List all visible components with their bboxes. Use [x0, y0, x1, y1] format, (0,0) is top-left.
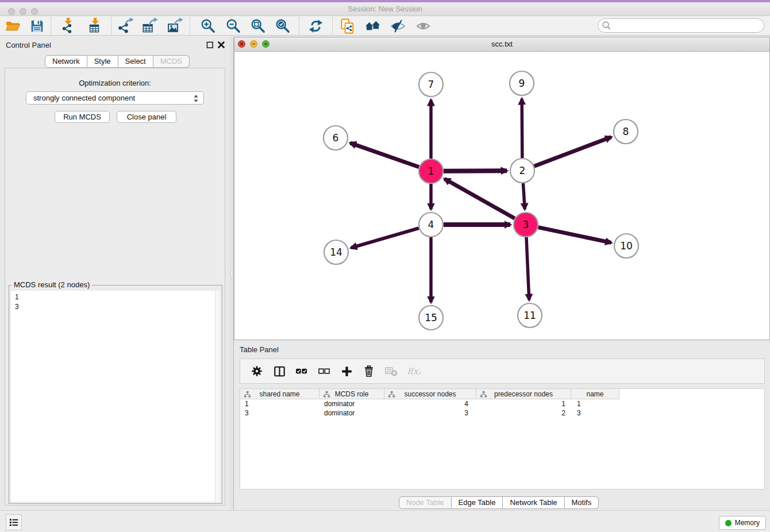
- graph-edge[interactable]: [522, 99, 522, 158]
- cell-successor-nodes[interactable]: 4: [384, 399, 476, 408]
- toggle-panel-columns-icon[interactable]: [272, 364, 286, 378]
- save-session-icon[interactable]: [28, 17, 45, 34]
- zoom-in-icon[interactable]: [199, 17, 217, 34]
- clone-network-icon[interactable]: [338, 17, 356, 34]
- cell-successor-nodes[interactable]: 3: [384, 408, 476, 418]
- table-row[interactable]: 1 dominator 4 1 1: [240, 399, 764, 408]
- mcds-result-scrollbar[interactable]: [215, 291, 220, 502]
- mcds-result-groupbox: MCDS result (2 nodes) 1 3: [9, 285, 222, 504]
- mcds-panel-body: Optimization criterion: strongly connect…: [5, 68, 225, 506]
- vertical-splitter[interactable]: [230, 37, 234, 510]
- graph-edge[interactable]: [534, 137, 611, 167]
- maximize-window-button[interactable]: [31, 8, 38, 15]
- mcds-result-text[interactable]: 1 3: [11, 291, 220, 502]
- cell-shared-name[interactable]: 3: [240, 408, 319, 418]
- open-session-icon[interactable]: [4, 17, 21, 34]
- zoom-fit-icon[interactable]: [249, 17, 267, 34]
- criterion-select[interactable]: strongly connected component: [26, 91, 204, 105]
- float-panel-icon[interactable]: [206, 41, 214, 49]
- column-header-mcds-role[interactable]: MCDS role: [319, 389, 384, 399]
- tab-edge-table[interactable]: Edge Table: [452, 496, 503, 509]
- network-view-frame: scc.txt 1234678910111415: [234, 37, 770, 340]
- graph-node-label: 4: [428, 219, 434, 230]
- close-window-button[interactable]: [8, 8, 15, 15]
- zoom-out-icon[interactable]: [225, 17, 242, 34]
- graph-edge[interactable]: [351, 228, 419, 248]
- table-toolbar: [240, 358, 765, 384]
- add-column-icon[interactable]: [340, 364, 353, 378]
- cell-mcds-role[interactable]: dominator: [319, 408, 384, 418]
- select-all-icon[interactable]: [295, 364, 309, 378]
- close-panel-icon[interactable]: [217, 41, 225, 49]
- minimize-window-button[interactable]: [20, 8, 26, 15]
- table-row[interactable]: 3 dominator 3 2 3: [240, 408, 764, 418]
- cell-mcds-role[interactable]: dominator: [319, 399, 384, 408]
- graph-edge[interactable]: [445, 179, 515, 218]
- graph-svg: 1234678910111415: [234, 52, 769, 340]
- column-header-shared-name[interactable]: shared name: [240, 389, 319, 399]
- tree-icon: [480, 391, 487, 398]
- zoom-selected-icon[interactable]: [274, 17, 291, 34]
- search-input[interactable]: [598, 18, 764, 33]
- mcds-result-title: MCDS result (2 nodes): [11, 280, 92, 289]
- delete-column-icon[interactable]: [362, 364, 376, 378]
- tab-network[interactable]: Network: [45, 55, 87, 68]
- search-icon: [602, 21, 611, 30]
- export-table-icon[interactable]: [141, 17, 159, 34]
- tab-network-table[interactable]: Network Table: [503, 496, 564, 509]
- graph-node-label: 11: [523, 310, 536, 321]
- column-header-predecessor-nodes[interactable]: predecessor nodes: [476, 389, 571, 399]
- graph-edge[interactable]: [526, 237, 529, 300]
- home-neighbors-icon[interactable]: [364, 17, 381, 34]
- tab-motifs[interactable]: Motifs: [565, 496, 599, 509]
- memory-status-dot: [725, 520, 732, 526]
- network-frame-title: scc.txt: [234, 37, 769, 51]
- eye-preview-icon[interactable]: [414, 17, 432, 34]
- tab-mcds[interactable]: MCDS: [153, 55, 190, 68]
- tab-select[interactable]: Select: [118, 55, 153, 68]
- frame-minimize-icon[interactable]: [250, 40, 257, 48]
- memory-button[interactable]: Memory: [719, 516, 766, 530]
- delete-table-icon[interactable]: [384, 364, 398, 378]
- traffic-lights: [8, 8, 38, 15]
- network-canvas[interactable]: 1234678910111415: [234, 52, 769, 340]
- table-header-row: shared name MCDS role successor nodes pr…: [240, 388, 764, 399]
- tab-style[interactable]: Style: [87, 55, 118, 68]
- graph-edge[interactable]: [444, 171, 507, 171]
- column-header-name[interactable]: name: [571, 389, 619, 399]
- graph-edge[interactable]: [523, 183, 525, 209]
- import-network-icon[interactable]: [59, 17, 76, 34]
- close-panel-button[interactable]: Close panel: [117, 111, 176, 123]
- frame-buttons: [238, 40, 270, 48]
- graph-node-label: 1: [428, 165, 434, 177]
- settings-gear-icon[interactable]: [250, 364, 264, 378]
- cell-name[interactable]: 1: [571, 399, 619, 408]
- export-network-icon[interactable]: [117, 17, 134, 34]
- cell-predecessor-nodes[interactable]: 1: [476, 399, 571, 408]
- function-builder-icon[interactable]: [407, 364, 421, 378]
- frame-close-icon[interactable]: [238, 40, 245, 48]
- tree-icon: [244, 391, 251, 398]
- clear-selection-icon[interactable]: [317, 364, 331, 378]
- control-panel-tabs: Network Style Select MCDS: [45, 55, 190, 68]
- column-header-successor-nodes[interactable]: successor nodes: [384, 389, 476, 399]
- memory-label: Memory: [735, 519, 760, 527]
- refresh-icon[interactable]: [307, 17, 324, 34]
- graphics-details-toggle-icon[interactable]: [389, 17, 406, 34]
- graph-edge[interactable]: [350, 143, 419, 167]
- cell-predecessor-nodes[interactable]: 2: [476, 408, 571, 418]
- network-frame-titlebar[interactable]: scc.txt: [234, 37, 769, 52]
- criterion-value: strongly connected component: [33, 94, 135, 102]
- import-table-icon[interactable]: [86, 17, 103, 34]
- cell-shared-name[interactable]: 1: [240, 399, 319, 408]
- cell-name[interactable]: 3: [571, 408, 619, 418]
- export-image-icon[interactable]: [167, 17, 184, 34]
- task-history-button[interactable]: [6, 514, 22, 530]
- tab-node-table[interactable]: Node Table: [399, 496, 452, 509]
- run-mcds-button[interactable]: Run MCDS: [55, 111, 110, 123]
- graph-edge[interactable]: [538, 228, 611, 243]
- frame-maximize-icon[interactable]: [262, 40, 270, 48]
- table-tabs: Node Table Edge Table Network Table Moti…: [399, 496, 599, 509]
- status-bar: Memory: [0, 510, 770, 532]
- splitter-grip[interactable]: [230, 269, 233, 277]
